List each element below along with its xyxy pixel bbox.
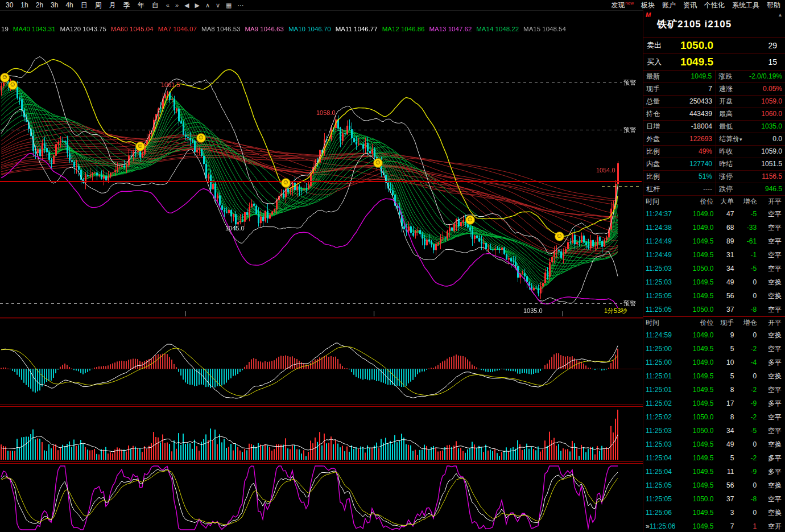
pan-right-icon[interactable]: ▶	[195, 2, 200, 9]
quote-row: 比例49%昨收1059.0	[643, 146, 785, 158]
position-change: 1	[734, 519, 757, 532]
tape-row: 11:25:011049.550空换	[643, 369, 785, 383]
broker-logo: M	[646, 11, 651, 18]
trade-time: 11:25:03	[643, 424, 683, 438]
period-button-日[interactable]: 日	[81, 1, 88, 10]
bid-label: 买入	[643, 57, 671, 67]
trade-volume: 68	[714, 221, 734, 234]
period-button-4h[interactable]: 4h	[65, 1, 73, 9]
scroll-up-icon[interactable]: ▲	[778, 12, 783, 18]
field-value: 7	[669, 83, 716, 95]
settlement-dropdown-icon[interactable]: ▾	[739, 137, 742, 142]
trade-time: 11:24:37	[643, 207, 683, 221]
period-button-年[interactable]: 年	[138, 1, 144, 10]
menu-news[interactable]: 资讯	[683, 1, 697, 10]
open-close-flag: 空换	[757, 369, 785, 383]
jump-end-icon[interactable]: »	[175, 2, 179, 9]
ask-volume: 29	[723, 41, 785, 50]
quote-row: 现手7速涨0.05%	[643, 83, 785, 96]
field-label: 速涨	[716, 83, 750, 95]
menu-system-tools[interactable]: 系统工具	[732, 1, 759, 10]
position-change: -1	[734, 248, 757, 262]
zoom-in-icon[interactable]: ∧	[205, 2, 210, 9]
main-chart-canvas[interactable]	[0, 0, 643, 532]
bid-price: 1049.5	[671, 56, 723, 68]
tape-header-cell: 价位	[683, 317, 714, 328]
trade-time: 11:25:06	[643, 506, 683, 519]
position-change: -9	[734, 465, 757, 479]
period-button-季[interactable]: 季	[123, 1, 130, 10]
more-tools-icon[interactable]: ⋯	[238, 2, 244, 9]
tape-row: 11:25:041049.55-2多平	[643, 451, 785, 465]
field-value: 49%	[669, 146, 716, 158]
period-button-2h[interactable]: 2h	[36, 1, 43, 9]
period-button-月[interactable]: 月	[109, 1, 116, 10]
menu-account[interactable]: 账户	[662, 1, 676, 10]
jump-start-icon[interactable]: «	[166, 2, 170, 9]
quote-grid: 最新1049.5涨跌-2.0/0.19%现手7速涨0.05%总量250433开盘…	[643, 71, 785, 196]
trade-volume: 11	[714, 465, 734, 479]
open-close-flag: 空换	[757, 438, 785, 451]
field-label: 跌停	[716, 183, 750, 195]
open-close-flag: 空平	[757, 424, 785, 438]
field-label: 比例	[643, 146, 669, 158]
trade-price: 1049.0	[683, 207, 714, 221]
field-value: ----	[669, 183, 716, 195]
field-label: 现手	[643, 83, 669, 95]
position-change: -2	[734, 342, 757, 356]
ma-value: MA7 1046.07	[158, 26, 197, 34]
period-button-3h[interactable]: 3h	[51, 1, 58, 9]
ask-row[interactable]: 卖出 1050.0 29	[643, 38, 785, 54]
tape-header-cell: 价位	[683, 196, 714, 207]
ma-value: MA40 1043.31	[13, 26, 56, 34]
position-change: 0	[734, 479, 757, 492]
field-label: 总量	[643, 96, 669, 108]
tape-header-cell: 时间	[643, 317, 683, 328]
position-change: -2	[734, 410, 757, 424]
tape-row: 11:24:371049.047-5空平	[643, 207, 785, 221]
trade-time: 11:25:05	[643, 492, 683, 506]
tape-row: 11:25:021050.08-2空平	[643, 410, 785, 424]
quote-row: 总量250433开盘1059.0	[643, 96, 785, 108]
trade-time: 11:24:49	[643, 248, 683, 262]
pan-left-icon[interactable]: ◀	[184, 2, 189, 9]
ask-label: 卖出	[643, 40, 671, 51]
open-close-flag: 多平	[757, 397, 785, 410]
trade-price: 1050.0	[683, 262, 714, 275]
period-button-自[interactable]: 自	[152, 1, 159, 10]
field-label: 涨跌	[716, 71, 749, 83]
zoom-out-icon[interactable]: ∨	[216, 2, 220, 9]
field-value: -2.0/0.19%	[749, 71, 785, 83]
menu-help[interactable]: 帮助	[767, 1, 780, 10]
trade-time: 11:25:03	[643, 275, 683, 289]
position-change: 0	[734, 369, 757, 383]
period-button-1h[interactable]: 1h	[20, 1, 28, 9]
position-change: -4	[734, 356, 757, 369]
position-change: 0	[734, 289, 757, 303]
ma-value: MA60 1045.04	[111, 26, 154, 34]
trade-volume: 49	[714, 275, 734, 289]
field-label: 最高	[716, 108, 750, 120]
tape-row: 11:25:021049.517-9多平	[643, 397, 785, 410]
trade-price: 1050.0	[683, 303, 714, 316]
field-value: 946.5	[750, 183, 785, 195]
menu-discover[interactable]: 发现new	[611, 1, 634, 10]
tape-row: 11:24:591049.090空换	[643, 328, 785, 342]
period-button-30[interactable]: 30	[6, 1, 13, 9]
trade-time: 11:25:04	[643, 465, 683, 479]
period-button-周[interactable]: 周	[95, 1, 102, 10]
field-value: 1059.0	[750, 146, 785, 158]
grid-view-icon[interactable]: ▦	[226, 2, 232, 9]
trade-volume: 5	[714, 342, 734, 356]
trade-time: 11:24:59	[643, 328, 683, 342]
tape-row: 11:25:001049.55-2空平	[643, 342, 785, 356]
field-value: 1156.5	[750, 171, 785, 183]
trade-time: 11:25:01	[643, 369, 683, 383]
menu-sectors[interactable]: 板块	[641, 1, 655, 10]
bid-row[interactable]: 买入 1049.5 15	[643, 54, 785, 71]
quote-row: 日增-18004最低1035.0	[643, 121, 785, 133]
menu-personalize[interactable]: 个性化	[704, 1, 725, 10]
trade-time: 11:25:00	[643, 342, 683, 356]
trade-time: 11:25:04	[643, 451, 683, 465]
trade-time: 11:25:03	[643, 262, 683, 275]
